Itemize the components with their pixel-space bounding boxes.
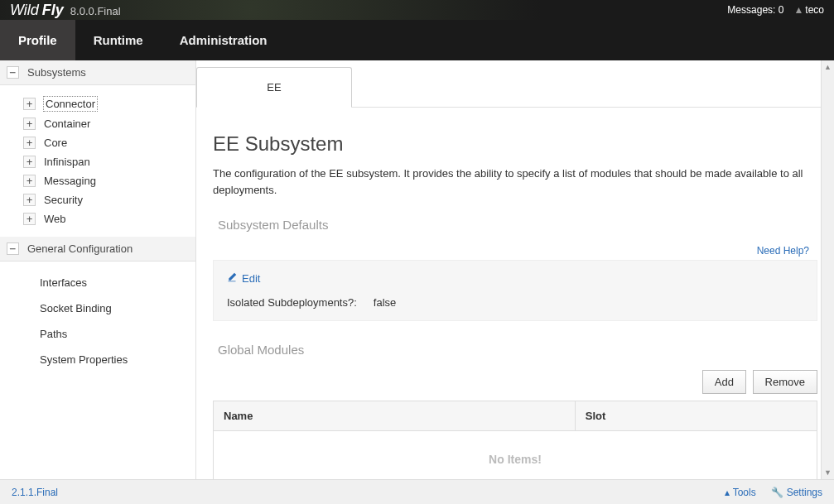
sidebar-group-subsystems[interactable]: − Subsystems — [0, 60, 195, 85]
logo-fly: Fly — [42, 2, 64, 19]
user-menu[interactable]: ▲teco — [793, 4, 824, 16]
logo-wild: Wild — [10, 2, 39, 19]
table-empty-message: No Items! — [214, 431, 817, 479]
logo: WildFly 8.0.0.Final — [10, 2, 121, 19]
content-tab-ee[interactable]: EE — [196, 67, 352, 108]
settings-link[interactable]: 🔧 Settings — [771, 487, 822, 498]
edit-icon — [227, 272, 237, 285]
content-area: EE EE Subsystem The configuration of the… — [196, 60, 834, 479]
nav-tab-administration[interactable]: Administration — [161, 20, 286, 60]
global-modules-table: Name Slot No Items! — [213, 401, 817, 479]
sidebar-item-web[interactable]: + Web — [0, 209, 195, 228]
collapse-icon: − — [7, 66, 19, 79]
collapse-icon: − — [7, 242, 19, 255]
section-global-modules: Global Modules — [213, 343, 817, 357]
sidebar-item-system-properties[interactable]: System Properties — [0, 347, 195, 372]
messages-indicator[interactable]: Messages: 0 — [727, 4, 783, 16]
page-title: EE Subsystem — [213, 132, 817, 156]
scroll-up-icon: ▲ — [822, 60, 834, 74]
user-icon: ▲ — [793, 4, 803, 16]
app-version: 8.0.0.Final — [70, 5, 121, 17]
add-button[interactable]: Add — [702, 370, 746, 394]
section-subsystem-defaults: Subsystem Defaults — [213, 218, 817, 232]
sidebar-item-security[interactable]: + Security — [0, 190, 195, 209]
column-header-name[interactable]: Name — [214, 401, 576, 430]
sidebar-item-core[interactable]: + Core — [0, 133, 195, 152]
form-value-isolated: false — [374, 296, 396, 309]
sidebar-item-paths[interactable]: Paths — [0, 321, 195, 347]
expand-icon: + — [23, 175, 36, 187]
sidebar-item-messaging[interactable]: + Messaging — [0, 171, 195, 190]
expand-icon: + — [23, 213, 36, 225]
column-header-slot[interactable]: Slot — [576, 401, 817, 430]
sidebar-item-container[interactable]: + Container — [0, 114, 195, 133]
expand-icon: + — [23, 194, 36, 206]
sidebar-item-infinispan[interactable]: + Infinispan — [0, 152, 195, 171]
expand-icon: + — [23, 118, 36, 130]
sidebar-item-interfaces[interactable]: Interfaces — [0, 270, 195, 295]
page-description: The configuration of the EE subsystem. I… — [213, 166, 817, 198]
sidebar-item-socket-binding[interactable]: Socket Binding — [0, 295, 195, 321]
main-nav: Profile Runtime Administration — [0, 20, 834, 60]
form-label-isolated: Isolated Subdeployments?: — [227, 296, 357, 309]
scrollbar[interactable]: ▲ ▼ — [821, 60, 834, 479]
nav-tab-profile[interactable]: Profile — [0, 20, 75, 60]
need-help-link[interactable]: Need Help? — [757, 245, 809, 257]
edit-button[interactable]: Edit — [227, 272, 260, 285]
defaults-form-panel: Edit Isolated Subdeployments?: false — [213, 260, 817, 321]
remove-button[interactable]: Remove — [753, 370, 817, 394]
expand-icon: + — [23, 98, 36, 110]
scroll-down-icon: ▼ — [822, 466, 834, 479]
chevron-up-icon: ▴ — [725, 487, 730, 498]
footer: 2.1.1.Final ▴ Tools 🔧 Settings — [0, 479, 834, 504]
wrench-icon: 🔧 — [771, 487, 783, 498]
app-header: WildFly 8.0.0.Final Messages: 0 ▲teco — [0, 0, 834, 20]
sidebar-item-connector[interactable]: + Connector — [0, 94, 195, 114]
sidebar-group-general-configuration[interactable]: − General Configuration — [0, 237, 195, 262]
sidebar: − Subsystems + Connector + Container + C… — [0, 60, 196, 479]
expand-icon: + — [23, 137, 36, 149]
tools-link[interactable]: ▴ Tools — [725, 487, 756, 498]
expand-icon: + — [23, 156, 36, 168]
footer-version[interactable]: 2.1.1.Final — [12, 487, 58, 498]
nav-tab-runtime[interactable]: Runtime — [75, 20, 161, 60]
